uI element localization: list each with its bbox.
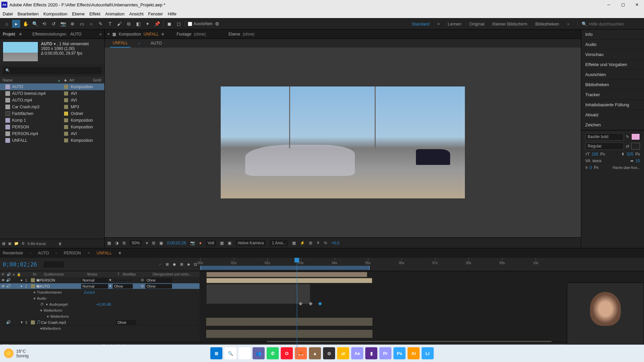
shape-stroke[interactable]: ◻ <box>175 20 183 28</box>
weather-widget[interactable]: 16°C Sonnig <box>4 349 29 358</box>
twirl-icon[interactable]: ▾ <box>34 296 36 301</box>
label-color[interactable] <box>64 98 68 102</box>
res-down-icon[interactable]: ▾ <box>146 241 148 245</box>
mode-dd-icon[interactable]: ▾ <box>109 284 111 288</box>
fill-over-label[interactable]: Fläche über Kon... <box>612 166 640 170</box>
project-item[interactable]: AUTO bremst.mp4AVI <box>0 90 104 97</box>
menu-effect[interactable]: Effekt <box>89 11 100 16</box>
audio-icon[interactable]: 🔊 <box>6 278 11 282</box>
panel-overflow-icon[interactable]: » <box>99 32 102 37</box>
tab-close-icon[interactable]: ▫ <box>56 251 57 255</box>
tab-close-icon[interactable]: × <box>88 251 90 255</box>
mode-dd-icon[interactable]: ▾ <box>109 278 111 282</box>
panel-section[interactable]: Absatz <box>581 110 644 120</box>
tracking-value[interactable]: 10 <box>636 159 640 163</box>
project-item[interactable]: AUTO.mp4AVI <box>0 97 104 104</box>
depth-label[interactable]: 8-Bit-Kanal <box>28 242 46 246</box>
property-value[interactable]: +0,00 dB <box>96 302 111 306</box>
transparency-icon[interactable]: ▦ <box>220 241 224 245</box>
project-item[interactable]: Komp 1Komposition <box>0 117 104 124</box>
sort-icon[interactable]: ▴ <box>58 78 60 82</box>
maximize-button[interactable]: ▢ <box>617 0 629 9</box>
chevron-icon[interactable]: ‹ <box>139 41 140 46</box>
label-color[interactable] <box>64 125 68 129</box>
property-row[interactable]: ▾Audio <box>0 295 200 301</box>
label-color[interactable] <box>64 118 68 122</box>
eraser-tool[interactable]: ◧ <box>134 20 142 28</box>
puppet-tool[interactable]: 📌 <box>153 20 161 28</box>
taskbar-app-vs[interactable]: ▮ <box>365 347 377 359</box>
blend-mode[interactable]: Normal <box>81 278 108 283</box>
timeline-icon[interactable]: ⊞ <box>309 241 312 245</box>
pen-tool[interactable]: ✎ <box>97 20 105 28</box>
panel-section[interactable]: Vorschau <box>581 50 644 60</box>
timeline-search[interactable] <box>44 261 64 267</box>
menu-file[interactable]: Datei <box>3 11 13 16</box>
close-button[interactable]: ✕ <box>631 0 643 9</box>
project-item[interactable]: PERSONKomposition <box>0 124 104 130</box>
menu-help[interactable]: Hilfe <box>168 11 176 16</box>
work-area[interactable] <box>200 266 370 270</box>
label-color[interactable] <box>64 85 68 89</box>
menu-window[interactable]: Fenster <box>148 11 163 16</box>
graph-icon[interactable]: ⊞ <box>180 262 183 266</box>
label-color[interactable] <box>64 138 68 142</box>
fill-color-swatch[interactable] <box>631 133 640 140</box>
parent-pick-icon[interactable]: ⊙ <box>141 278 144 282</box>
audio-icon[interactable]: 🔊 <box>6 284 11 288</box>
layer-color[interactable] <box>31 284 35 288</box>
project-item[interactable]: FarbflächenOrdner <box>0 110 104 117</box>
menu-layer[interactable]: Ebene <box>72 11 85 16</box>
tab-renderlist[interactable]: Renderliste <box>3 251 23 255</box>
taskbar-app-lr[interactable]: Lr <box>422 347 434 359</box>
trash-icon[interactable]: 🗑 <box>58 242 62 246</box>
minitab-auto[interactable]: AUTO <box>148 39 164 48</box>
project-search[interactable]: 🔍 <box>3 67 102 74</box>
comp-name[interactable]: UNFALL <box>144 32 159 37</box>
taskbar-app-files[interactable]: 📁 <box>337 347 349 359</box>
taskbar-app-tasks[interactable]: ▭ <box>238 347 251 359</box>
taskbar-app-opera[interactable]: O <box>281 347 293 359</box>
panel-section[interactable]: Audio <box>581 40 644 50</box>
property-value[interactable]: Zurück <box>84 290 95 294</box>
taskbar-app-obs[interactable]: ⊙ <box>323 347 335 359</box>
font-style-dropdown[interactable]: Regular <box>585 142 624 150</box>
zoom-tool[interactable]: 🔍 <box>31 20 39 28</box>
layer3-bar[interactable] <box>267 341 552 342</box>
current-time[interactable]: 0;00;02;26 <box>3 261 37 268</box>
workspace-menu-icon[interactable]: ≡ <box>437 22 439 26</box>
grid-icon[interactable]: ⊞ <box>152 241 155 245</box>
twirl-icon[interactable]: ▾ <box>40 308 42 313</box>
label-color[interactable] <box>64 92 68 96</box>
taskbar-app-search[interactable]: 🔍 <box>224 347 236 359</box>
col-size[interactable]: Größ <box>93 78 101 82</box>
channel-icon[interactable]: ● <box>199 241 202 245</box>
exposure-value[interactable]: +0,0 <box>331 241 339 245</box>
project-item[interactable]: UNFALLKomposition <box>0 137 104 144</box>
3d-icon[interactable]: ▣ <box>228 241 231 245</box>
menu-composition[interactable]: Komposition <box>43 11 67 16</box>
stroke-value[interactable]: 0 <box>590 165 592 170</box>
alpha-icon[interactable]: ▦ <box>107 241 111 245</box>
taskbar-app-ae[interactable]: Ae <box>351 347 363 359</box>
help-search-input[interactable] <box>589 21 639 26</box>
col-type[interactable]: Art <box>69 78 93 82</box>
workspace-libraries[interactable]: Bibliotheken <box>535 21 559 26</box>
layer1-bar[interactable] <box>206 272 367 277</box>
taskbar-app-app[interactable]: ▲ <box>309 347 321 359</box>
kerning-value[interactable]: Metrik <box>592 159 601 163</box>
draft3d-icon[interactable]: ◈ <box>187 262 190 266</box>
timeline-layer[interactable]: 👁🔊▸2▣ AUTONormal▾Ohne⊙Ohne <box>0 283 200 289</box>
track-matte[interactable] <box>113 280 133 281</box>
taskbar-app-teams[interactable]: 👥 <box>253 347 265 359</box>
panel-menu-icon[interactable]: ≡ <box>19 32 21 37</box>
settings-icon[interactable]: ⚙ <box>21 241 25 246</box>
flowchart-icon[interactable]: ⚘ <box>316 241 320 245</box>
lock-icon[interactable]: × <box>107 32 110 37</box>
twirl-icon[interactable]: ▾ <box>47 314 49 319</box>
guide-icon[interactable]: ⊞ <box>122 241 126 245</box>
audio-icon[interactable]: 🔊 <box>6 320 11 324</box>
shy-icon[interactable]: ⟋ <box>158 262 162 266</box>
render-icon[interactable]: ▦ <box>112 32 116 37</box>
font-size[interactable]: 100 <box>592 152 598 157</box>
